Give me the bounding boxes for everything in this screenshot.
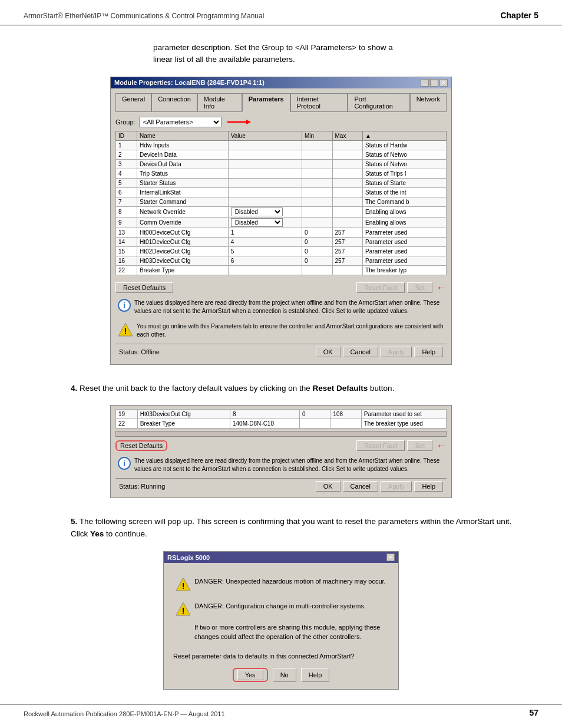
tab-connection[interactable]: Connection	[151, 93, 197, 111]
col-header-min: Min	[302, 131, 332, 140]
maximize-button[interactable]: □	[430, 79, 438, 87]
ok-button2[interactable]: OK	[316, 481, 340, 492]
reset-defaults-circled: Reset Defaults	[115, 440, 167, 451]
table-cell	[302, 217, 332, 228]
apply-button2[interactable]: Apply	[381, 481, 412, 492]
table-cell: Status of Netwo	[363, 159, 447, 169]
tab-general[interactable]: General	[115, 93, 151, 111]
table-cell: Parameter used to set	[361, 410, 446, 419]
header-title: ArmorStart® EtherNet/IP™ Communications …	[24, 12, 264, 20]
svg-text:!: !	[182, 606, 185, 615]
group-select[interactable]: <All Parameters>	[139, 117, 222, 127]
svg-text:!: !	[124, 327, 127, 336]
param-table-wrapper: ID Name Value Min Max ▲ 1 Hdw Inputs Sta…	[115, 131, 447, 279]
table-cell	[302, 178, 332, 187]
table-cell: Status of Netwo	[363, 150, 447, 159]
cancel-button2[interactable]: Cancel	[343, 481, 378, 492]
svg-marker-1	[246, 120, 251, 124]
tab-port-configuration[interactable]: Port Configuration	[348, 93, 409, 111]
table-cell	[332, 187, 363, 197]
reset-fault-button2[interactable]: Reset Fault	[356, 440, 405, 451]
info-box2: i The values displayed here are read dir…	[115, 454, 447, 476]
table-row: 1	[116, 140, 137, 150]
scrollbar2[interactable]	[115, 431, 447, 437]
intro-paragraph: parameter description. Set the Group to …	[153, 42, 527, 66]
table-cell	[228, 140, 302, 150]
tab-network[interactable]: Network	[410, 93, 447, 111]
param-table: ID Name Value Min Max ▲ 1 Hdw Inputs Sta…	[115, 131, 447, 275]
table-cell	[332, 206, 363, 217]
reset-fault-button[interactable]: Reset Fault	[356, 282, 405, 293]
info-box1: i The values displayed here are read dir…	[115, 297, 447, 318]
no-button[interactable]: No	[273, 668, 296, 682]
step4-text: 4. Reset the unit back to the factory de…	[71, 383, 527, 395]
info-text1: The values displayed here are read direc…	[134, 299, 444, 315]
table-cell	[332, 265, 363, 275]
table-row: 22	[116, 419, 138, 429]
danger-text2: DANGER: Configuration change in multi-co…	[194, 602, 366, 616]
apply-button1[interactable]: Apply	[381, 347, 412, 357]
table-cell: Ht01DeviceOut Cfg	[137, 237, 229, 246]
info-icon2: i	[118, 457, 131, 470]
close-button[interactable]: ×	[439, 79, 448, 87]
set-arrow-icon2: ←	[436, 440, 447, 451]
reset-defaults-button2[interactable]: Reset Defaults	[120, 442, 163, 449]
table-cell: 4	[228, 237, 302, 246]
danger-box1: ! DANGER: Unexpected hazardous motion of…	[173, 575, 389, 594]
danger-icon2: !	[176, 602, 191, 616]
table-cell	[228, 265, 302, 275]
table-cell	[228, 169, 302, 178]
tab-bar: General Connection Module Info Parameter…	[115, 93, 447, 112]
danger-icon1: !	[176, 577, 191, 591]
table-cell: The breaker type used	[361, 419, 446, 429]
yes-button[interactable]: Yes	[237, 670, 263, 680]
table-cell: 140M-D8N-C10	[230, 419, 299, 429]
table-row: 3	[116, 159, 137, 169]
table-cell: Ht00DeviceOut Cfg	[137, 228, 229, 237]
table-cell	[332, 159, 363, 169]
help-button3[interactable]: Help	[301, 668, 330, 682]
table-cell	[228, 150, 302, 159]
col-header-name: Name	[137, 131, 229, 140]
table-cell	[330, 419, 361, 429]
help-button2[interactable]: Help	[414, 481, 443, 492]
dialog-buttons: Yes No Help	[173, 668, 389, 682]
set-button2[interactable]: Set	[407, 440, 432, 451]
table-cell: Disabled	[228, 217, 302, 228]
window-titlebar: Module Properties: LocalENB (284E-FVD1P4…	[111, 77, 451, 88]
table-row: 19	[116, 410, 138, 419]
table-row: 8	[116, 206, 137, 217]
reset-defaults-button[interactable]: Reset Defaults	[115, 282, 173, 293]
ok-button1[interactable]: OK	[316, 347, 340, 357]
dialog-close-button[interactable]: ×	[386, 554, 395, 561]
group-label: Group:	[115, 118, 135, 126]
table-cell: Status of Starte	[363, 178, 447, 187]
table-cell: Parameter used	[363, 246, 447, 256]
status-text2: Status: Running	[119, 483, 165, 490]
tab-module-info[interactable]: Module Info	[197, 93, 242, 111]
table-cell: Breaker Type	[137, 265, 229, 275]
table-cell: 0	[299, 410, 330, 419]
minimize-button[interactable]: _	[421, 79, 429, 87]
table-cell: Enabling allows	[363, 206, 447, 217]
footer-publication: Rockwell Automation Publication 280E-PM0…	[24, 710, 225, 717]
table-cell: Enabling allows	[363, 217, 447, 228]
set-button[interactable]: Set	[407, 282, 432, 293]
dialog-body: ! DANGER: Unexpected hazardous motion of…	[164, 563, 398, 689]
table-cell	[228, 187, 302, 197]
table-cell	[302, 169, 332, 178]
cancel-button1[interactable]: Cancel	[343, 347, 378, 357]
danger-text2b: If two or more controllers are sharing t…	[194, 623, 386, 641]
warning-icon: !	[118, 322, 133, 337]
table-cell	[228, 178, 302, 187]
tab-internet-protocol[interactable]: Internet Protocol	[290, 93, 348, 111]
help-button1[interactable]: Help	[414, 347, 443, 357]
warn-text1: You must go online with this Parameters …	[137, 322, 444, 339]
table-cell: 0	[302, 237, 332, 246]
tab-parameters[interactable]: Parameters	[242, 93, 290, 112]
table-cell: Trip Status	[137, 169, 229, 178]
table-row: 15	[116, 246, 137, 256]
arrow-indicator	[227, 118, 251, 126]
table-cell	[302, 187, 332, 197]
info-text2: The values displayed here are read direc…	[134, 457, 444, 473]
